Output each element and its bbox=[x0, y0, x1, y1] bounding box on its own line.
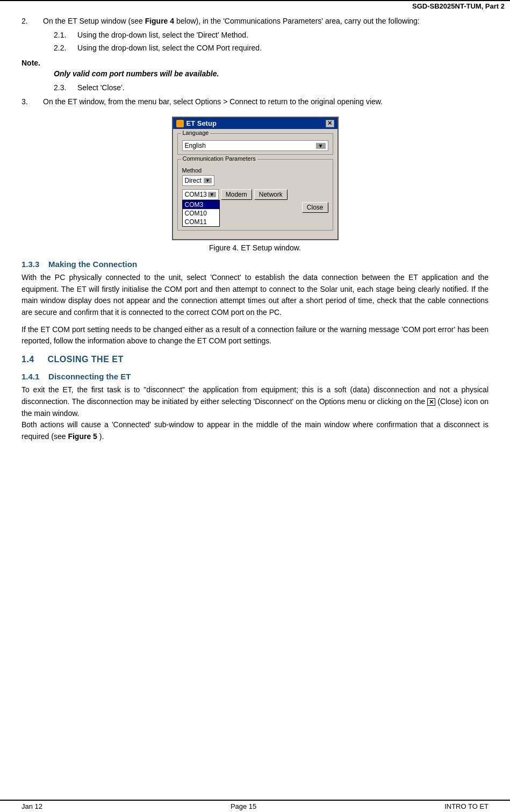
close-icon-inline: ✕ bbox=[427, 398, 435, 406]
footer-left: Jan 12 bbox=[21, 802, 42, 810]
sub-item-2-1: 2.1. Using the drop-down list, select th… bbox=[54, 31, 489, 39]
com-dropdown: COM3 COM10 COM11 bbox=[182, 200, 220, 227]
section-1-3-3-heading: 1.3.3 Making the Connection bbox=[21, 260, 489, 269]
sub-item-2-1-text: Using the drop-down list, select the 'Di… bbox=[77, 31, 248, 39]
para-1-3-3: With the PC physically connected to the … bbox=[21, 272, 489, 319]
section-1-4-heading: 1.4 CLOSING THE ET bbox=[21, 355, 489, 364]
method-select[interactable]: Direct ▼ bbox=[182, 175, 214, 186]
sub-item-2-2-num: 2.2. bbox=[54, 44, 75, 52]
language-group-title: Language bbox=[181, 130, 211, 136]
section-1-4-1-title: Disconnecting the ET bbox=[48, 372, 131, 381]
para-1-4-1: To exit the ET, the first task is to "di… bbox=[21, 384, 489, 442]
page-footer: Jan 12 Page 15 INTRO TO ET bbox=[0, 800, 510, 812]
language-group: Language English ▼ bbox=[177, 133, 333, 155]
method-label: Method bbox=[182, 167, 328, 174]
window-close-button[interactable]: ✕ bbox=[326, 120, 334, 127]
modem-button[interactable]: Modem bbox=[221, 189, 252, 200]
com-dropdown-area: COM3 COM10 COM11 Close bbox=[182, 200, 328, 227]
com-dropdown-arrow[interactable]: ▼ bbox=[208, 192, 216, 197]
comm-params-title: Communication Parameters bbox=[181, 155, 257, 162]
language-select[interactable]: English ▼ bbox=[182, 140, 328, 151]
dropdown-item-com10[interactable]: COM10 bbox=[183, 209, 219, 218]
window-title: ET Setup bbox=[186, 119, 217, 127]
list-item-3: 3. On the ET window, from the menu bar, … bbox=[21, 97, 489, 106]
network-button[interactable]: Network bbox=[254, 189, 288, 200]
item-2-num: 2. bbox=[21, 17, 43, 25]
figure-caption: Figure 4. ET Setup window. bbox=[21, 243, 489, 252]
sub-item-2-1-num: 2.1. bbox=[54, 31, 75, 39]
section-1-4-1-heading: 1.4.1 Disconnecting the ET bbox=[21, 372, 489, 381]
method-dropdown-arrow[interactable]: ▼ bbox=[204, 178, 212, 183]
para-1-3-3b: If the ET COM port setting needs to be c… bbox=[21, 324, 489, 347]
language-value: English bbox=[185, 142, 206, 149]
header-title: SGD-SB2025NT-TUM, Part 2 bbox=[412, 2, 505, 10]
close-button[interactable]: Close bbox=[302, 202, 328, 213]
title-bar-left: ET Setup bbox=[176, 119, 217, 127]
window-title-bar: ET Setup ✕ bbox=[173, 118, 337, 129]
sub-item-2-3-text: Select 'Close'. bbox=[77, 83, 125, 92]
item-3-num: 3. bbox=[21, 97, 43, 106]
close-row: Close bbox=[302, 202, 328, 213]
dropdown-item-com11[interactable]: COM11 bbox=[183, 218, 219, 226]
et-setup-window: ET Setup ✕ Language English ▼ bbox=[172, 117, 339, 240]
method-value: Direct bbox=[185, 177, 202, 184]
sub-item-2-3-num: 2.3. bbox=[54, 83, 75, 92]
note-block: Note. Only valid com port numbers will b… bbox=[21, 59, 489, 78]
note-text: Only valid com port numbers will be avai… bbox=[54, 69, 489, 78]
figure-4-container: ET Setup ✕ Language English ▼ bbox=[21, 117, 489, 252]
section-1-4-title: CLOSING THE ET bbox=[47, 355, 123, 364]
page-content: 2. On the ET Setup window (see Figure 4 … bbox=[0, 11, 510, 491]
footer-center: Page 15 bbox=[231, 802, 256, 810]
item-2-text: On the ET Setup window (see Figure 4 bel… bbox=[43, 17, 420, 25]
window-body: Language English ▼ Communication Paramet… bbox=[173, 129, 337, 239]
sub-item-2-3: 2.3. Select 'Close'. bbox=[54, 83, 489, 92]
dropdown-item-com3[interactable]: COM3 bbox=[183, 200, 219, 209]
footer-right: INTRO TO ET bbox=[444, 802, 489, 810]
sub-item-2-2-text: Using the drop-down list, select the COM… bbox=[77, 44, 262, 52]
figure-4-ref: Figure 4 bbox=[145, 17, 174, 25]
para-1-4-1-text: To exit the ET, the first task is to "di… bbox=[21, 385, 489, 406]
section-1-4-1-num: 1.4.1 bbox=[21, 372, 39, 381]
page-header: SGD-SB2025NT-TUM, Part 2 bbox=[0, 0, 510, 11]
item-3-text: On the ET window, from the menu bar, sel… bbox=[43, 97, 383, 106]
para-1-4-1b-end: ). bbox=[99, 432, 104, 441]
figure-4-caption: Figure 4. ET Setup window. bbox=[209, 243, 301, 252]
section-1-3-3-title: Making the Connection bbox=[48, 260, 137, 269]
com-select[interactable]: COM13 ▼ bbox=[182, 189, 219, 200]
section-1-4-num: 1.4 bbox=[21, 355, 34, 364]
method-row: Method Direct ▼ bbox=[182, 167, 328, 189]
figure-5-ref: Figure 5 bbox=[68, 432, 97, 441]
note-label: Note. bbox=[21, 59, 489, 67]
sub-item-2-2: 2.2. Using the drop-down list, select th… bbox=[54, 44, 489, 52]
section-1-3-3-num: 1.3.3 bbox=[21, 260, 39, 269]
window-icon bbox=[176, 120, 184, 127]
comm-params-group: Communication Parameters Method Direct ▼… bbox=[177, 159, 333, 231]
com-value: COM13 bbox=[185, 191, 207, 198]
com-row: COM13 ▼ Modem Network bbox=[182, 189, 328, 200]
language-dropdown-arrow[interactable]: ▼ bbox=[316, 143, 326, 149]
language-select-row: English ▼ bbox=[182, 140, 328, 151]
list-item-2: 2. On the ET Setup window (see Figure 4 … bbox=[21, 17, 489, 25]
